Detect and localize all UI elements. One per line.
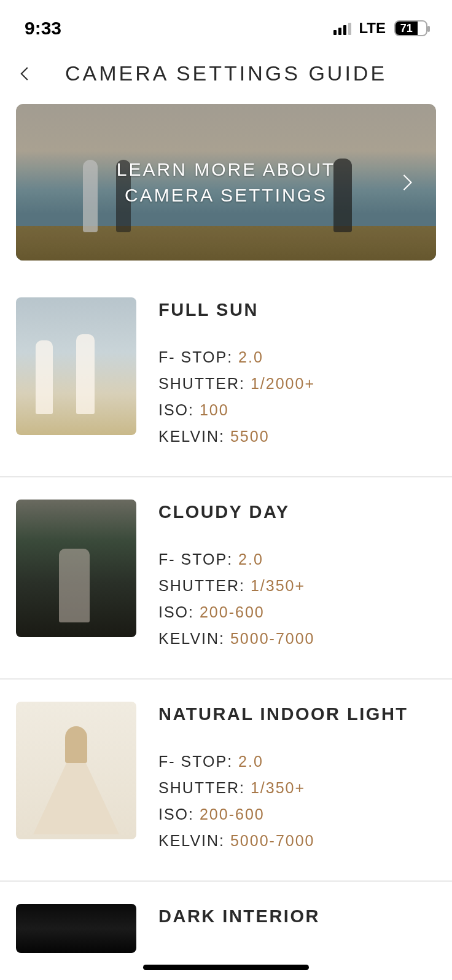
spec-iso: ISO: 200-600 <box>158 806 436 823</box>
status-time: 9:33 <box>25 18 61 39</box>
entry-content: DARK INTERIOR <box>158 904 436 953</box>
entry-content: FULL SUN F- STOP: 2.0 SHUTTER: 1/2000+ I… <box>158 297 436 454</box>
settings-entry-natural-indoor[interactable]: NATURAL INDOOR LIGHT F- STOP: 2.0 SHUTTE… <box>0 702 452 882</box>
battery-level: 71 <box>395 22 418 35</box>
battery-icon: 71 <box>394 20 427 36</box>
entry-thumbnail <box>16 702 136 839</box>
entry-title: DARK INTERIOR <box>158 906 436 927</box>
settings-entry-dark-interior[interactable]: DARK INTERIOR <box>0 904 452 953</box>
spec-fstop: F- STOP: 2.0 <box>158 348 436 366</box>
spec-iso: ISO: 200-600 <box>158 603 436 621</box>
spec-kelvin: KELVIN: 5000-7000 <box>158 832 436 850</box>
spec-kelvin: KELVIN: 5000-7000 <box>158 630 436 648</box>
entry-title: FULL SUN <box>158 300 436 320</box>
network-label: LTE <box>359 20 386 37</box>
spec-shutter: SHUTTER: 1/350+ <box>158 779 436 797</box>
settings-entry-full-sun[interactable]: FULL SUN F- STOP: 2.0 SHUTTER: 1/2000+ I… <box>0 297 452 477</box>
entry-thumbnail <box>16 904 136 953</box>
hero-chevron <box>395 171 418 194</box>
header: CAMERA SETTINGS GUIDE <box>0 49 452 104</box>
hero-text: LEARN MORE ABOUT CAMERA SETTINGS <box>68 157 384 208</box>
status-indicators: LTE 71 <box>333 20 427 37</box>
chevron-right-icon <box>395 171 418 194</box>
hero-line2: CAMERA SETTINGS <box>117 182 335 208</box>
signal-icon <box>333 22 351 35</box>
entry-content: NATURAL INDOOR LIGHT F- STOP: 2.0 SHUTTE… <box>158 702 436 858</box>
entry-title: CLOUDY DAY <box>158 502 436 522</box>
status-bar: 9:33 LTE 71 <box>0 0 452 49</box>
hero-line1: LEARN MORE ABOUT <box>117 157 335 182</box>
spec-shutter: SHUTTER: 1/2000+ <box>158 375 436 393</box>
spec-fstop: F- STOP: 2.0 <box>158 753 436 770</box>
hero-card[interactable]: LEARN MORE ABOUT CAMERA SETTINGS <box>16 104 436 261</box>
entry-title: NATURAL INDOOR LIGHT <box>158 704 436 724</box>
home-indicator[interactable] <box>143 965 309 970</box>
entry-thumbnail <box>16 297 136 435</box>
back-button[interactable] <box>16 65 34 83</box>
entry-thumbnail <box>16 500 136 637</box>
settings-entry-cloudy-day[interactable]: CLOUDY DAY F- STOP: 2.0 SHUTTER: 1/350+ … <box>0 500 452 680</box>
spec-iso: ISO: 100 <box>158 401 436 419</box>
spec-fstop: F- STOP: 2.0 <box>158 551 436 568</box>
spec-kelvin: KELVIN: 5500 <box>158 428 436 445</box>
spec-shutter: SHUTTER: 1/350+ <box>158 577 436 595</box>
page-title: CAMERA SETTINGS GUIDE <box>34 61 436 85</box>
entry-content: CLOUDY DAY F- STOP: 2.0 SHUTTER: 1/350+ … <box>158 500 436 656</box>
chevron-left-icon <box>16 65 34 83</box>
